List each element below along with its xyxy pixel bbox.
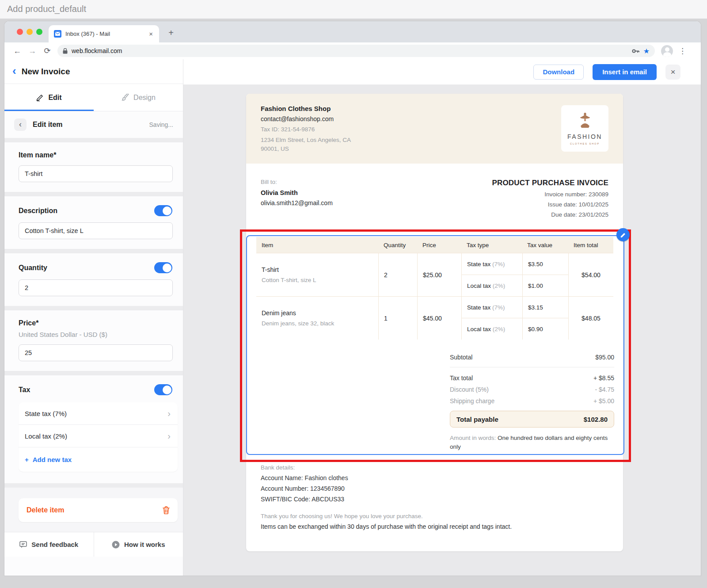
back-arrow-icon[interactable]: ← [10, 46, 25, 56]
edit-table-button[interactable] [616, 228, 630, 241]
back-chevron-icon[interactable]: ‹ [12, 65, 16, 76]
saving-status: Saving... [149, 121, 173, 128]
shipping-label: Shipping charge [450, 397, 494, 405]
price-input[interactable] [19, 344, 173, 361]
tax-total-label: Tax total [450, 374, 473, 382]
edit-item-header: ‹ Edit item Saving... [4, 111, 183, 138]
shop-address-line1: 1234 Elm Street, Los Angeles, CA [261, 136, 351, 144]
col-item-total: Item total [568, 242, 613, 248]
item-name-input[interactable] [19, 165, 173, 182]
delete-item-button[interactable]: Delete item [19, 498, 178, 522]
plus-icon: + [25, 456, 29, 463]
browser-tabstrip: Inbox (367) - Mail × + [4, 21, 701, 42]
window-zoom-button[interactable] [36, 29, 42, 35]
download-button[interactable]: Download [533, 65, 584, 80]
tax-item-label: Local tax (2%) [25, 432, 67, 440]
quantity-section: Quantity [4, 253, 183, 306]
subtotal-label: Subtotal [450, 354, 472, 361]
price-label: Price* [19, 319, 172, 327]
play-circle-icon [112, 541, 120, 549]
tab-edit-label: Edit [48, 94, 61, 102]
col-tax-type: Tax type [461, 242, 522, 248]
url-text: web.flockmail.com [72, 47, 628, 54]
mail-favicon-icon [54, 30, 61, 38]
tab-title: Inbox (367) - Mail [65, 31, 144, 37]
invoice-totals: Subtotal $95.00 Tax total + $8.55 Discou… [450, 354, 614, 451]
tax-type: State tax (7%) [462, 261, 522, 267]
invoice-notes: Thank you for choosing us! We hope you l… [261, 513, 512, 530]
bank-account-number: Account Number: 1234567890 [261, 485, 348, 492]
fashion-figure-icon [576, 112, 594, 130]
bill-to-email: olivia.smith12@gmail.com [261, 199, 333, 206]
tax-cell: State tax (7%) $3.15 Local tax (2%) $0.9… [461, 297, 568, 340]
description-toggle[interactable] [154, 205, 172, 216]
chevron-right-icon: › [167, 409, 171, 419]
tab-edit[interactable]: Edit [4, 84, 94, 111]
subtotal-value: $95.00 [595, 354, 614, 361]
total-payable-label: Total payable [456, 416, 498, 423]
invoice-toolbar: Download Insert in email × [183, 59, 701, 85]
tax-subrow: State tax (7%) $3.50 [462, 253, 568, 275]
bank-details: Bank details: Account Name: Fashion clot… [261, 464, 348, 503]
new-tab-button[interactable]: + [165, 27, 177, 39]
how-it-works-button[interactable]: How it works [94, 532, 183, 557]
send-feedback-button[interactable]: Send feedback [4, 532, 94, 557]
main-area: Download Insert in email × Fashion Cloth… [183, 59, 701, 576]
panel-title: Edit item [33, 121, 143, 129]
discount-label: Discount (5%) [450, 386, 489, 393]
price-currency: United States Dollar - USD ($) [19, 331, 172, 338]
quantity-input[interactable] [19, 279, 173, 296]
tax-item-state[interactable]: State tax (7%) › [19, 402, 178, 425]
close-preview-button[interactable]: × [665, 65, 680, 80]
invoice-preview: Fashion Clothes Shop contact@fashionshop… [246, 94, 623, 551]
tab-close-icon[interactable]: × [148, 30, 154, 38]
amount-words-label: Amount in words: [450, 435, 496, 441]
panel-back-button[interactable]: ‹ [14, 118, 27, 131]
trash-icon [163, 506, 170, 514]
tax-total-row: Tax total + $8.55 [450, 374, 614, 382]
profile-avatar[interactable] [661, 45, 673, 57]
tax-section: Tax State tax (7%) › Local tax (2%) › + … [4, 375, 183, 483]
invoice-parties: Bill to: Olivia Smith olivia.smith12@gma… [261, 179, 608, 218]
reload-icon[interactable]: ⟳ [40, 46, 55, 56]
window-close-button[interactable] [17, 29, 23, 35]
tax-item-local[interactable]: Local tax (2%) › [19, 425, 178, 447]
logo-name: FASHION [567, 133, 602, 140]
add-new-tax-label: Add new tax [33, 456, 72, 463]
quantity-toggle[interactable] [154, 262, 172, 273]
invoice-meta-block: PRODUCT PURCHASE INVOICE Invoice number:… [492, 179, 608, 218]
bill-to-name: Olivia Smith [261, 189, 333, 196]
tax-subrow: State tax (7%) $3.15 [462, 297, 568, 318]
tab-design[interactable]: Design [94, 84, 183, 111]
description-label: Description [19, 207, 57, 215]
os-titlebar: Add product_default [0, 0, 707, 19]
item-cell: Denim jeans Denim jeans, size 32, black [256, 297, 378, 340]
totals-divider [450, 367, 614, 367]
invoice-issue-date: Issue date: 10/01/2025 [492, 201, 608, 208]
tax-value: $3.15 [522, 297, 569, 318]
shop-tax-id: Tax ID: 321-54-9876 [261, 126, 351, 134]
browser-menu-icon[interactable]: ⋮ [679, 46, 686, 56]
add-new-tax-button[interactable]: + Add new tax [19, 447, 178, 472]
insert-in-email-button[interactable]: Insert in email [593, 64, 657, 80]
item-total-cell: $48.05 [568, 297, 613, 340]
browser-tab[interactable]: Inbox (367) - Mail × [49, 25, 159, 42]
shop-name: Fashion Clothes Shop [261, 105, 351, 112]
description-section: Description [4, 196, 183, 249]
window-minimize-button[interactable] [27, 29, 33, 35]
bookmark-star-icon[interactable]: ★ [643, 47, 650, 55]
price-section: Price* United States Dollar - USD ($) [4, 310, 183, 371]
key-icon[interactable] [632, 49, 639, 53]
col-tax-value: Tax value [522, 242, 568, 248]
tax-list: State tax (7%) › Local tax (2%) › + Add … [19, 402, 178, 472]
subtotal-row: Subtotal $95.00 [450, 354, 614, 361]
feedback-chat-icon [19, 541, 27, 548]
col-price: Price [417, 242, 461, 248]
forward-arrow-icon[interactable]: → [25, 46, 40, 56]
amount-in-words: Amount in words: One hundred two dollars… [450, 434, 614, 451]
description-input[interactable] [19, 222, 173, 239]
address-bar[interactable]: web.flockmail.com ★ [57, 45, 655, 57]
sidebar: ‹ New Invoice Edit Design ‹ [4, 59, 183, 576]
invoice-items-table[interactable]: Item Quantity Price Tax type Tax value I… [256, 237, 613, 340]
tax-toggle[interactable] [154, 384, 172, 395]
